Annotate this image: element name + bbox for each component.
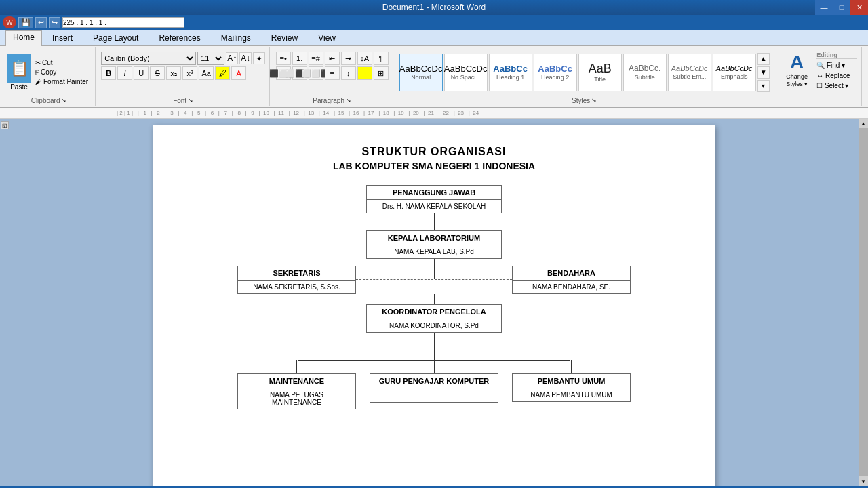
style-heading2[interactable]: AaBbCc Heading 2 [534, 54, 577, 92]
tab-references[interactable]: References [149, 30, 210, 45]
connector-pj-kl [434, 214, 435, 230]
clear-format-button[interactable]: ✦ [253, 52, 265, 64]
styles-expand-icon[interactable]: ↘ [591, 97, 597, 104]
paragraph-label: Paragraph [313, 96, 344, 104]
maximize-button[interactable]: □ [833, 0, 850, 15]
undo-button[interactable]: ↩ [35, 17, 47, 28]
org-title: STRUKTUR ORGANISASI [362, 146, 507, 158]
border-button[interactable]: ⊞ [374, 66, 389, 80]
change-styles-button[interactable]: A ChangeStyles ▾ [780, 52, 814, 88]
strikethrough-button[interactable]: S [150, 66, 165, 80]
clipboard-content: 📋 Paste ✂ Cut ⎘ Copy 🖌 Format Painter [7, 49, 91, 96]
office-button[interactable]: W [3, 16, 16, 28]
paste-button[interactable]: 📋 Paste [7, 54, 31, 91]
cut-button[interactable]: ✂ Cut [33, 58, 91, 67]
numbering-button[interactable]: 1. [292, 52, 307, 65]
highlight-button[interactable]: 🖊 [215, 66, 230, 80]
style-normal[interactable]: AaBbCcDc Normal [399, 54, 443, 92]
font-family-select[interactable]: Calibri (Body) [101, 52, 196, 65]
style-emphasis[interactable]: AaBbCcDc Emphasis [713, 54, 756, 92]
pembantu-title: PEMBANTU UMUM [513, 374, 630, 388]
clipboard-small-buttons: ✂ Cut ⎘ Copy 🖌 Format Painter [33, 58, 91, 86]
redo-button[interactable]: ↪ [49, 17, 60, 28]
save-button[interactable]: 💾 [18, 17, 33, 28]
scroll-up-button[interactable]: ▲ [859, 119, 868, 128]
copy-button[interactable]: ⎘ Copy [33, 68, 91, 77]
align-right-button[interactable]: ⬜⬜⬛ [309, 66, 323, 80]
paragraph-content: ≡• 1. ≡# ⇤ ⇥ ↕A ¶ ⬛⬜⬜ ⬜⬛⬜ ⬜⬜⬛ ≡ ↕ ⊞ [276, 49, 389, 96]
font-grow-button[interactable]: A↑ [226, 52, 238, 64]
connector-kord-branch [434, 333, 435, 360]
org-chart: STRUKTUR ORGANISASI LAB KOMPUTER SMA NEG… [186, 146, 682, 409]
bold-button[interactable]: B [101, 66, 116, 80]
vertical-scrollbar[interactable]: ▲ ▼ [859, 119, 868, 486]
pembantu-col: PEMBANTU UMUM NAMA PEMBANTU UMUM [512, 360, 631, 402]
style-no-spacing[interactable]: AaBbCcDc No Spaci... [444, 54, 488, 92]
font-group: Calibri (Body) 11 A↑ A↓ ✦ B I U S x₂ x² [97, 47, 270, 106]
tab-mailings[interactable]: Mailings [211, 30, 261, 45]
shading-button[interactable] [357, 66, 372, 80]
koordinator-box: KOORDINATOR PENGELOLA NAMA KOORDINATOR, … [366, 304, 502, 333]
tab-page-layout[interactable]: Page Layout [83, 30, 149, 45]
connector-to-koordinator [434, 294, 435, 304]
decrease-indent-button[interactable]: ⇤ [325, 52, 340, 65]
font-color-button[interactable]: A [231, 66, 246, 80]
select-button[interactable]: ☐ Select ▾ [816, 82, 857, 89]
maintenance-box: MAINTENANCE NAMA PETUGAS MAINTENANCE [237, 373, 356, 409]
underline-button[interactable]: U [134, 66, 149, 80]
styles-content: AaBbCcDc Normal AaBbCcDc No Spaci... AaB… [399, 49, 770, 96]
scroll-down-button[interactable]: ▼ [859, 476, 868, 486]
subscript-button[interactable]: x₂ [166, 66, 181, 80]
left-sidebar: ◱ [0, 119, 9, 486]
bullets-button[interactable]: ≡• [276, 52, 291, 65]
change-case-button[interactable]: Aa [199, 66, 214, 80]
styles-label: Styles [572, 96, 590, 104]
change-styles-icon: A [790, 52, 804, 73]
tab-home[interactable]: Home [5, 30, 42, 46]
penanggung-jawab-box: PENANGGUNG JAWAB Drs. H. NAMA KEPALA SEK… [366, 185, 502, 214]
paragraph-expand-icon[interactable]: ↘ [346, 97, 351, 104]
koordinator-name: NAMA KOORDINATOR, S.Pd [367, 319, 501, 332]
bendahara-col: BENDAHARA NAMA BENDAHARA, SE. [512, 266, 631, 294]
style-heading2-label: Heading 2 [541, 74, 569, 81]
bendahara-name: NAMA BENDAHARA, SE. [513, 281, 630, 293]
multilevel-button[interactable]: ≡# [309, 52, 323, 65]
sekretaris-col: SEKRETARIS NAMA SEKRETARIS, S.Sos. [237, 266, 356, 294]
clipboard-expand-icon[interactable]: ↘ [61, 97, 66, 104]
increase-indent-button[interactable]: ⇥ [341, 52, 356, 65]
italic-button[interactable]: I [117, 66, 132, 80]
guru-box: GURU PENGAJAR KOMPUTER [370, 373, 498, 403]
window-controls[interactable]: — □ ✕ [815, 0, 868, 15]
superscript-button[interactable]: x² [182, 66, 197, 80]
view-button[interactable]: ◱ [1, 121, 9, 129]
line-spacing-button[interactable]: ↕ [341, 66, 356, 80]
minimize-button[interactable]: — [815, 0, 833, 15]
font-size-select[interactable]: 11 [197, 52, 224, 65]
style-no-spacing-preview: AaBbCcDc [444, 64, 488, 75]
tab-view[interactable]: View [308, 30, 346, 45]
document-page[interactable]: STRUKTUR ORGANISASI LAB KOMPUTER SMA NEG… [153, 125, 715, 486]
bottom-row: MAINTENANCE NAMA PETUGAS MAINTENANCE GUR… [237, 360, 631, 409]
change-styles-group: A ChangeStyles ▾ Editing 🔍 Find ▾ ↔ Repl… [776, 47, 862, 106]
tab-insert[interactable]: Insert [42, 30, 83, 45]
style-heading1[interactable]: AaBbCc Heading 1 [489, 54, 532, 92]
tab-review[interactable]: Review [261, 30, 308, 45]
styles-expand-button[interactable]: ▾ [757, 80, 770, 92]
justify-button[interactable]: ≡ [325, 66, 340, 80]
sort-button[interactable]: ↕A [357, 52, 372, 65]
address-bar[interactable] [62, 17, 184, 28]
font-shrink-button[interactable]: A↓ [239, 52, 252, 64]
replace-button[interactable]: ↔ Replace [816, 72, 857, 79]
styles-scroll-down-button[interactable]: ▼ [757, 66, 770, 79]
find-button[interactable]: 🔍 Find ▾ [816, 62, 857, 69]
styles-scroll-up-button[interactable]: ▲ [757, 53, 770, 65]
ribbon-tabs: Home Insert Page Layout References Maili… [0, 30, 868, 46]
h-branch-line [298, 360, 570, 361]
format-painter-button[interactable]: 🖌 Format Painter [33, 77, 91, 86]
font-expand-icon[interactable]: ↘ [188, 97, 193, 104]
show-marks-button[interactable]: ¶ [374, 52, 389, 65]
style-title[interactable]: AaB Title [578, 54, 622, 92]
close-button[interactable]: ✕ [850, 0, 868, 15]
style-subtle-em[interactable]: AaBbCcDc Subtle Em... [668, 54, 711, 92]
style-subtitle[interactable]: AaBbCc. Subtitle [623, 54, 667, 92]
